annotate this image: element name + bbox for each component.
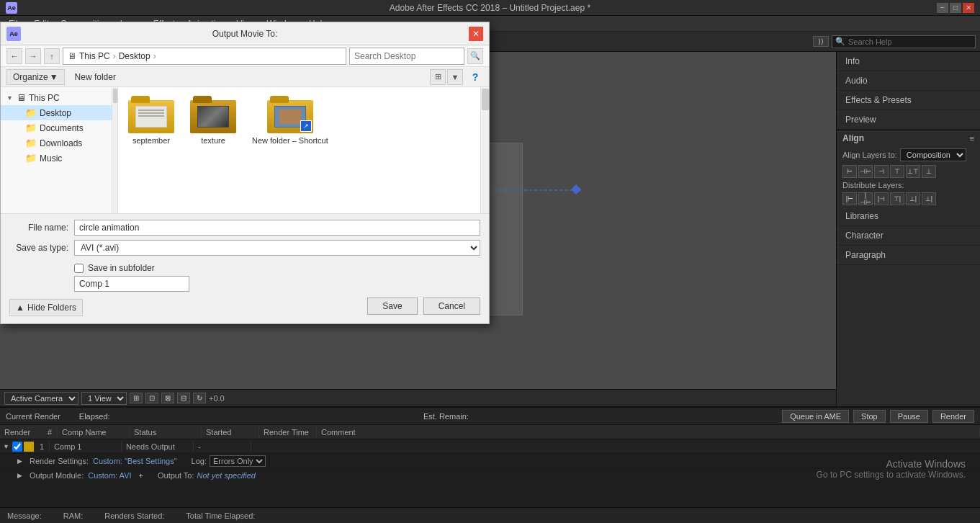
dist-left-btn[interactable]: |⊢ — [842, 192, 857, 205]
breadcrumb-desktop[interactable]: Desktop — [119, 51, 150, 61]
dialog-help-btn[interactable]: ? — [467, 69, 483, 85]
panel-effects-presets[interactable]: Effects & Presets — [837, 91, 980, 110]
viewport-btn-4[interactable]: ⊟ — [177, 393, 190, 403]
sidebar-thispc[interactable]: ▼ 🖥 This PC — [1, 90, 112, 105]
om-label: Output Module: — [25, 471, 88, 480]
sidebar-music[interactable]: 📁 Music — [1, 151, 112, 166]
view-toggle: ⊞ ▼ — [430, 69, 463, 85]
row-expand-arrow[interactable]: ▼ — [0, 443, 12, 450]
file-item-september[interactable]: september — [125, 93, 177, 148]
hide-folders-btn[interactable]: ▲ Hide Folders — [9, 299, 83, 316]
scroll-thumb[interactable] — [113, 89, 117, 103]
col-comp-name: Comp Name — [58, 428, 130, 437]
viewport-btn-1[interactable]: ⊞ — [130, 393, 143, 403]
align-vcenter-btn[interactable]: ⊥⊤ — [906, 165, 920, 178]
om-value-link[interactable]: Custom: AVI — [88, 471, 131, 480]
folder-icon-dl: 📁 — [25, 138, 37, 148]
filename-input[interactable] — [74, 220, 480, 236]
viewport-btn-3[interactable]: ⊠ — [161, 393, 174, 403]
search-area[interactable]: 🔍 — [832, 35, 976, 48]
panel-audio[interactable]: Audio — [837, 71, 980, 91]
plus-btn[interactable]: + — [139, 471, 143, 480]
dialog-bottom: File name: Save as type: AVI (*.avi) Qui… — [1, 213, 489, 323]
active-camera-select[interactable]: Active Camera — [4, 392, 78, 405]
sidebar-documents[interactable]: 📁 Documents — [1, 120, 112, 135]
align-top-btn[interactable]: ⊤ — [890, 165, 904, 178]
viewport-btn-5[interactable]: ↻ — [193, 393, 206, 403]
nav-back-btn[interactable]: ← — [6, 48, 22, 64]
expand-panels-btn[interactable]: ⟩⟩ — [813, 36, 829, 47]
panel-character[interactable]: Character — [837, 226, 980, 246]
dialog-toolbar: Organize ▼ New folder ⊞ ▼ ? — [1, 67, 489, 87]
rs-value-link[interactable]: Custom: "Best Settings" — [93, 457, 177, 465]
filename-label: File name: — [9, 223, 74, 233]
dist-bottom-btn[interactable]: ⊥| — [922, 192, 936, 205]
file-scrollbar-thumb[interactable] — [482, 89, 489, 110]
folder-tab-sep — [131, 96, 150, 103]
folder-icon-desktop: 📁 — [25, 107, 37, 118]
dialog-footer: ▲ Hide Folders Save Cancel — [9, 295, 480, 318]
render-btn[interactable]: Render — [932, 410, 974, 423]
view-grid-btn[interactable]: ⊞ — [430, 69, 446, 85]
breadcrumb-thispc[interactable]: This PC — [79, 51, 110, 61]
breadcrumb-computer-icon: 🖥 — [68, 51, 76, 61]
panel-preview[interactable]: Preview — [837, 110, 980, 130]
align-to-dropdown[interactable]: Composition — [900, 148, 966, 161]
maximize-button[interactable]: □ — [950, 3, 961, 13]
dialog-close-btn[interactable]: ✕ — [469, 27, 483, 41]
dist-hcenter-btn[interactable]: |⊣⊢ — [858, 192, 873, 205]
close-button[interactable]: ✕ — [963, 3, 974, 13]
render-checkbox[interactable] — [12, 442, 22, 452]
log-select[interactable]: Errors Only — [210, 455, 266, 467]
dist-top-btn[interactable]: ⊤| — [890, 192, 904, 205]
viewport-btn-2[interactable]: ⊡ — [145, 393, 158, 403]
file-items-container: september texture — [125, 93, 331, 148]
title-bar-controls: − □ ✕ — [937, 3, 974, 13]
col-status: Status — [130, 428, 202, 437]
stop-btn[interactable]: Stop — [853, 410, 886, 423]
panel-paragraph[interactable]: Paragraph — [837, 246, 980, 265]
cancel-button[interactable]: Cancel — [423, 298, 480, 315]
savetype-select[interactable]: AVI (*.avi) QuickTime (*.mov) H.264 (*.m… — [74, 240, 480, 256]
row-status: Needs Output — [122, 442, 194, 451]
search-input[interactable] — [848, 37, 963, 46]
dialog-search-input[interactable] — [349, 48, 464, 65]
new-folder-btn[interactable]: New folder — [69, 69, 122, 85]
sidebar-downloads[interactable]: 📁 Downloads — [1, 135, 112, 151]
subfolder-checkbox[interactable] — [74, 264, 84, 273]
nav-up-btn[interactable]: ↑ — [44, 48, 60, 64]
render-queue-icon — [24, 442, 34, 452]
total-time-label: Total Time Elapsed: — [186, 511, 255, 520]
file-item-newfolder[interactable]: ↗ New folder – Shortcut — [249, 93, 331, 148]
renders-label: Renders Started: — [104, 511, 164, 520]
dialog-search-btn[interactable]: 🔍 — [467, 48, 483, 64]
view-select[interactable]: 1 View — [81, 392, 127, 405]
om-expand-arrow[interactable]: ▶ — [14, 472, 25, 479]
file-scrollbar[interactable] — [480, 87, 489, 213]
align-left-btn[interactable]: ⊢ — [842, 165, 857, 178]
minimize-button[interactable]: − — [937, 3, 948, 13]
align-right-btn[interactable]: ⊣ — [874, 165, 889, 178]
rs-expand-arrow[interactable]: ▶ — [14, 457, 25, 465]
align-bottom-btn[interactable]: ⊥ — [922, 165, 936, 178]
dist-vcenter-btn[interactable]: ⊥| — [906, 192, 920, 205]
file-item-texture[interactable]: texture — [187, 93, 239, 148]
title-bar-left: Ae — [6, 2, 17, 14]
save-button[interactable]: Save — [367, 298, 417, 315]
align-hcenter-btn[interactable]: ⊣⊢ — [858, 165, 873, 178]
panel-info[interactable]: Info — [837, 52, 980, 71]
col-num: # — [43, 428, 58, 437]
pause-btn[interactable]: Pause — [890, 410, 928, 423]
panel-libraries[interactable]: Libraries — [837, 207, 980, 226]
align-menu-icon[interactable]: ≡ — [970, 134, 974, 143]
sidebar-desktop[interactable]: 📁 Desktop — [1, 105, 112, 120]
view-details-btn[interactable]: ▼ — [447, 69, 463, 85]
subfolder-input[interactable] — [74, 276, 189, 292]
breadcrumb-sep-2: › — [153, 51, 156, 61]
organize-btn[interactable]: Organize ▼ — [6, 69, 65, 85]
output-to-value[interactable]: Not yet specified — [197, 471, 256, 480]
file-name-newfolder: New folder – Shortcut — [252, 136, 328, 145]
nav-forward-btn[interactable]: → — [25, 48, 41, 64]
dist-right-btn[interactable]: |⊣ — [874, 192, 889, 205]
queue-ame-btn[interactable]: Queue in AME — [782, 410, 849, 423]
